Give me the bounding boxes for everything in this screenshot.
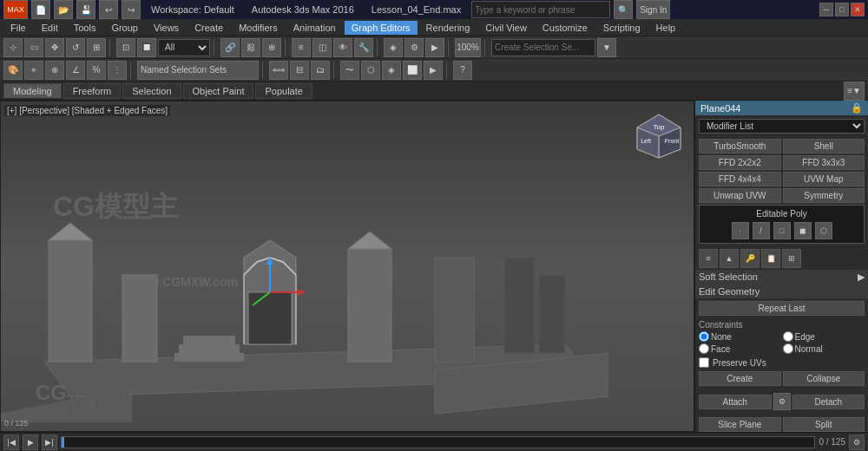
tab-object-paint[interactable]: Object Paint bbox=[183, 83, 254, 99]
move-btn[interactable]: ✥ bbox=[45, 38, 64, 57]
open-btn[interactable]: 📂 bbox=[54, 0, 73, 19]
soft-selection-header[interactable]: Soft Selection ▶ bbox=[695, 270, 868, 284]
menu-animation[interactable]: Animation bbox=[286, 21, 343, 35]
element-icon[interactable]: ⬡ bbox=[815, 222, 832, 239]
display-btn[interactable]: 👁 bbox=[333, 38, 352, 57]
snap3d-btn[interactable]: ⊕ bbox=[45, 61, 64, 80]
tab-populate[interactable]: Populate bbox=[255, 83, 312, 99]
next-frame-btn[interactable]: ▶| bbox=[42, 435, 57, 450]
sign-in-btn[interactable]: Sign In bbox=[636, 0, 670, 19]
preserve-uvs-check[interactable] bbox=[699, 357, 709, 368]
obj-paint-btn[interactable]: 🎨 bbox=[3, 61, 23, 80]
constraint-normal[interactable]: Normal bbox=[783, 343, 865, 354]
prev-frame-btn[interactable]: |◀ bbox=[3, 435, 19, 450]
viewport-3d[interactable]: [+] [Perspective] [Shaded + Edged Faces]… bbox=[0, 101, 694, 432]
render-frame-btn[interactable]: ⬜ bbox=[403, 61, 422, 80]
align-btn[interactable]: ⊟ bbox=[290, 61, 309, 80]
border-icon[interactable]: □ bbox=[773, 222, 791, 239]
stack-btn1[interactable]: ≡ bbox=[699, 249, 718, 268]
menu-file[interactable]: File bbox=[3, 21, 33, 35]
menu-tools[interactable]: Tools bbox=[67, 21, 103, 35]
constraint-edge[interactable]: Edge bbox=[783, 331, 865, 342]
stack-btn5[interactable]: ⊞ bbox=[782, 249, 801, 268]
named-sel-btn[interactable]: Named Selection Sets bbox=[137, 61, 259, 80]
layer-mgr-btn[interactable]: 🗂 bbox=[311, 61, 330, 80]
toolbar-options-btn[interactable]: ≡▼ bbox=[844, 82, 865, 101]
modifier-uvwmap[interactable]: UVW Map bbox=[783, 172, 865, 186]
edit-geometry-header[interactable]: Edit Geometry bbox=[695, 284, 868, 298]
percent-snap-btn[interactable]: % bbox=[87, 61, 106, 80]
menu-scripting[interactable]: Scripting bbox=[596, 21, 648, 35]
tab-selection[interactable]: Selection bbox=[122, 83, 181, 99]
spinner-snap-btn[interactable]: ⋮ bbox=[108, 61, 127, 80]
bind-btn[interactable]: ⊕ bbox=[262, 38, 281, 57]
material-btn[interactable]: ◈ bbox=[384, 38, 403, 57]
scale-btn[interactable]: ⊞ bbox=[87, 38, 106, 57]
modifier-list-dropdown[interactable]: Modifier List bbox=[699, 119, 865, 134]
menu-create[interactable]: Create bbox=[187, 21, 230, 35]
attach-btn[interactable]: Attach bbox=[699, 395, 772, 409]
create-sel-dropdown[interactable]: ▼ bbox=[597, 38, 616, 57]
collapse-btn[interactable]: Collapse bbox=[783, 371, 865, 386]
quick-render-btn[interactable]: ▶ bbox=[424, 61, 443, 80]
scene-btn[interactable]: ◫ bbox=[312, 38, 332, 57]
search-btn[interactable]: 🔍 bbox=[614, 0, 633, 19]
stack-btn4[interactable]: 📋 bbox=[761, 249, 780, 268]
angle-snap-btn[interactable]: ∠ bbox=[66, 61, 85, 80]
modifier-symmetry[interactable]: Symmetry bbox=[783, 188, 865, 203]
edge-icon[interactable]: / bbox=[753, 222, 770, 239]
maximize-btn[interactable]: □ bbox=[835, 3, 849, 16]
unlink-btn[interactable]: ⛓ bbox=[241, 38, 260, 57]
nav-cube[interactable]: Top Front Left bbox=[633, 110, 685, 162]
percent-btn[interactable]: 100% bbox=[455, 38, 481, 57]
close-btn[interactable]: ✕ bbox=[851, 3, 865, 16]
constraint-none[interactable]: None bbox=[699, 331, 781, 342]
slice-plane-btn[interactable]: Slice Plane bbox=[699, 417, 781, 432]
timeline-config-btn[interactable]: ⚙ bbox=[849, 435, 865, 450]
reference-btn[interactable]: ⊡ bbox=[116, 38, 135, 57]
snap-btn[interactable]: 🔲 bbox=[137, 38, 156, 57]
select-btn[interactable]: ⊹ bbox=[3, 38, 23, 57]
mirror-btn[interactable]: ⟺ bbox=[269, 61, 288, 80]
modifier-ffd2[interactable]: FFD 2x2x2 bbox=[699, 155, 781, 170]
vertex-icon[interactable]: · bbox=[732, 222, 749, 239]
modifier-turbsmooth[interactable]: TurboSmooth bbox=[699, 139, 781, 154]
curve-btn[interactable]: 〜 bbox=[340, 61, 359, 80]
menu-help[interactable]: Help bbox=[649, 21, 683, 35]
search-field[interactable] bbox=[471, 1, 610, 18]
menu-civil-view[interactable]: Civil View bbox=[478, 21, 533, 35]
tab-freeform[interactable]: Freeform bbox=[63, 83, 122, 99]
utility-btn[interactable]: 🔧 bbox=[354, 38, 373, 57]
menu-views[interactable]: Views bbox=[147, 21, 186, 35]
lock-icon[interactable]: 🔒 bbox=[851, 102, 863, 114]
stack-btn2[interactable]: ▲ bbox=[720, 249, 739, 268]
detach-btn[interactable]: Detach bbox=[792, 395, 865, 409]
menu-graph-editors[interactable]: Graph Editors bbox=[345, 21, 418, 35]
create-btn[interactable]: Create bbox=[699, 371, 781, 386]
attach-settings-btn[interactable]: ⚙ bbox=[773, 393, 791, 410]
redo-btn[interactable]: ↪ bbox=[122, 0, 141, 19]
menu-group[interactable]: Group bbox=[104, 21, 145, 35]
modifier-unwrap[interactable]: Unwrap UVW bbox=[699, 188, 781, 203]
app-logo[interactable]: MAX bbox=[3, 0, 28, 19]
menu-rendering[interactable]: Rendering bbox=[419, 21, 477, 35]
create-sel-input[interactable] bbox=[491, 39, 595, 56]
rotate-btn[interactable]: ↺ bbox=[66, 38, 85, 57]
undo-btn[interactable]: ↩ bbox=[99, 0, 118, 19]
constraint-face[interactable]: Face bbox=[699, 343, 781, 354]
tab-modeling[interactable]: Modeling bbox=[3, 83, 62, 98]
save-btn[interactable]: 💾 bbox=[76, 0, 95, 19]
modifier-ffd3[interactable]: FFD 3x3x3 bbox=[783, 155, 865, 170]
render-btn[interactable]: ▶ bbox=[425, 38, 444, 57]
menu-customize[interactable]: Customize bbox=[536, 21, 595, 35]
minimize-btn[interactable]: ─ bbox=[819, 3, 833, 16]
split-btn[interactable]: Split bbox=[783, 417, 865, 432]
render-setup-btn[interactable]: ⚙ bbox=[404, 38, 424, 57]
link-btn[interactable]: 🔗 bbox=[220, 38, 240, 57]
polygon-icon[interactable]: ◼ bbox=[794, 222, 812, 239]
repeat-last-btn[interactable]: Repeat Last bbox=[699, 301, 865, 316]
timeline-bar[interactable] bbox=[61, 436, 815, 448]
menu-modifiers[interactable]: Modifiers bbox=[232, 21, 285, 35]
play-btn[interactable]: ▶ bbox=[23, 435, 38, 450]
filter-dropdown[interactable]: All bbox=[158, 39, 210, 56]
